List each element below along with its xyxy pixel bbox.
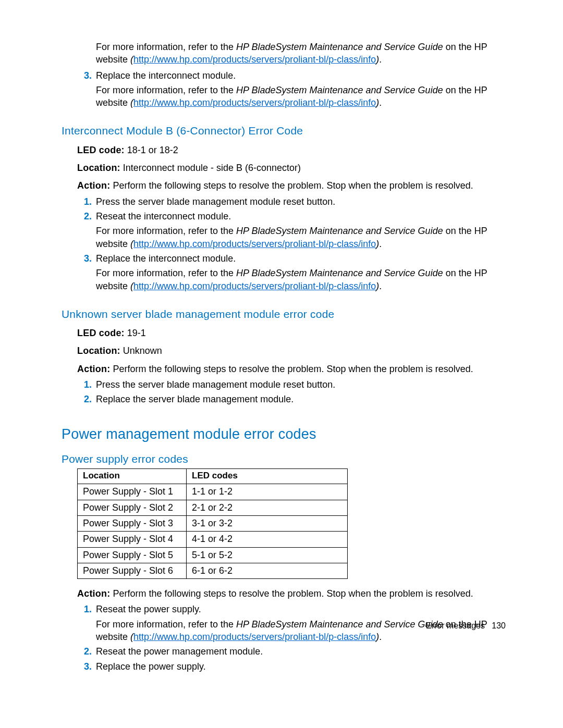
step-text: Replace the interconnect module. (96, 69, 506, 82)
list-marker: 3. (77, 660, 92, 673)
section-interconnect-b: LED code: 18-1 or 18-2 Location: Interco… (77, 144, 506, 292)
page-footer: Error messages 130 (426, 620, 506, 632)
table-header: Location (78, 469, 187, 484)
step-text: Replace the power supply. (96, 660, 506, 673)
list-marker: 2. (77, 210, 92, 223)
list-item: 2. Reseat the power management module. (77, 645, 506, 658)
guide-title: HP BladeSystem Maintenance and Service G… (236, 85, 443, 95)
step-text: Replace the server blade management modu… (96, 393, 506, 405)
list-marker: 1. (77, 195, 92, 208)
action-line: Action: Perform the following steps to r… (77, 363, 506, 375)
action-line: Action: Perform the following steps to r… (77, 179, 506, 192)
led-code-line: LED code: 18-1 or 18-2 (77, 144, 506, 156)
table-row: Power Supply - Slot 55-1 or 5-2 (78, 547, 348, 563)
table-row: Power Supply - Slot 66-1 or 6-2 (78, 563, 348, 578)
list-marker: 3. (77, 252, 92, 265)
table-row: Power Supply - Slot 44-1 or 4-2 (78, 532, 348, 547)
ref-paragraph: For more information, refer to the HP Bl… (96, 84, 506, 109)
table-header-row: Location LED codes (78, 469, 348, 484)
ref-paragraph: For more information, refer to the HP Bl… (96, 41, 506, 66)
section-unknown-blade: LED code: 19-1 Location: Unknown Action:… (77, 327, 506, 405)
location-line: Location: Interconnect module - side B (… (77, 162, 506, 174)
step-text: Reseat the power supply. (96, 603, 506, 615)
hp-info-link[interactable]: http://www.hp.com/products/servers/proli… (133, 97, 376, 108)
ref-paragraph: For more information, refer to the HP Bl… (96, 225, 506, 250)
section-continuation: For more information, refer to the HP Bl… (77, 41, 506, 109)
footer-page-number: 130 (492, 621, 506, 630)
location-line: Location: Unknown (77, 344, 506, 357)
list-item: 2. Reseat the interconnect module. For m… (77, 210, 506, 250)
list-item: 1. Press the server blade management mod… (77, 195, 506, 208)
table-cell: Power Supply - Slot 4 (78, 532, 187, 547)
list-item: 3. Replace the interconnect module. For … (77, 252, 506, 292)
table-row: Power Supply - Slot 33-1 or 3-2 (78, 515, 348, 531)
heading-power-supply: Power supply error codes (62, 452, 506, 466)
table-row: Power Supply - Slot 22-1 or 2-2 (78, 500, 348, 515)
list-item: 3. Replace the interconnect module. For … (77, 69, 506, 109)
table-cell: Power Supply - Slot 1 (78, 484, 187, 500)
table-cell: 6-1 or 6-2 (187, 563, 348, 578)
step-text: Replace the interconnect module. (96, 252, 506, 265)
power-supply-table: Location LED codes Power Supply - Slot 1… (77, 468, 348, 579)
guide-title: HP BladeSystem Maintenance and Service G… (236, 226, 443, 236)
guide-title: HP BladeSystem Maintenance and Service G… (236, 619, 443, 630)
hp-info-link[interactable]: http://www.hp.com/products/servers/proli… (133, 239, 376, 249)
led-code-line: LED code: 19-1 (77, 327, 506, 339)
table-cell: Power Supply - Slot 5 (78, 547, 187, 563)
list-marker: 1. (77, 378, 92, 391)
hp-info-link[interactable]: http://www.hp.com/products/servers/proli… (133, 281, 376, 291)
footer-section: Error messages (426, 621, 485, 630)
table-cell: Power Supply - Slot 6 (78, 563, 187, 578)
action-line: Action: Perform the following steps to r… (77, 587, 506, 600)
list-marker: 2. (77, 645, 92, 658)
step-text: Press the server blade management module… (96, 378, 506, 391)
table-header: LED codes (187, 469, 348, 484)
table-cell: 2-1 or 2-2 (187, 500, 348, 515)
ref-paragraph: For more information, refer to the HP Bl… (96, 267, 506, 292)
guide-title: HP BladeSystem Maintenance and Service G… (236, 42, 443, 52)
table-cell: Power Supply - Slot 3 (78, 515, 187, 531)
step-text: Reseat the interconnect module. (96, 210, 506, 223)
heading-unknown-blade: Unknown server blade management module e… (62, 307, 506, 322)
list-item: 3. Replace the power supply. (77, 660, 506, 673)
hp-info-link[interactable]: http://www.hp.com/products/servers/proli… (133, 54, 376, 65)
list-marker: 3. (77, 69, 92, 82)
list-item: 2. Replace the server blade management m… (77, 393, 506, 405)
heading-interconnect-b: Interconnect Module B (6-Connector) Erro… (62, 124, 506, 138)
table-cell: Power Supply - Slot 2 (78, 500, 187, 515)
step-text: Reseat the power management module. (96, 645, 506, 658)
table-cell: 5-1 or 5-2 (187, 547, 348, 563)
guide-title: HP BladeSystem Maintenance and Service G… (236, 268, 443, 278)
list-marker: 1. (77, 603, 92, 615)
list-marker: 2. (77, 393, 92, 405)
step-text: Press the server blade management module… (96, 195, 506, 208)
page-content: For more information, refer to the HP Bl… (0, 0, 563, 673)
table-cell: 4-1 or 4-2 (187, 532, 348, 547)
heading-power-mgmt: Power management module error codes (62, 425, 506, 443)
table-cell: 3-1 or 3-2 (187, 515, 348, 531)
section-power-supply: Location LED codes Power Supply - Slot 1… (77, 468, 506, 673)
table-row: Power Supply - Slot 11-1 or 1-2 (78, 484, 348, 500)
list-item: 1. Press the server blade management mod… (77, 378, 506, 391)
table-cell: 1-1 or 1-2 (187, 484, 348, 500)
hp-info-link[interactable]: http://www.hp.com/products/servers/proli… (133, 632, 376, 642)
